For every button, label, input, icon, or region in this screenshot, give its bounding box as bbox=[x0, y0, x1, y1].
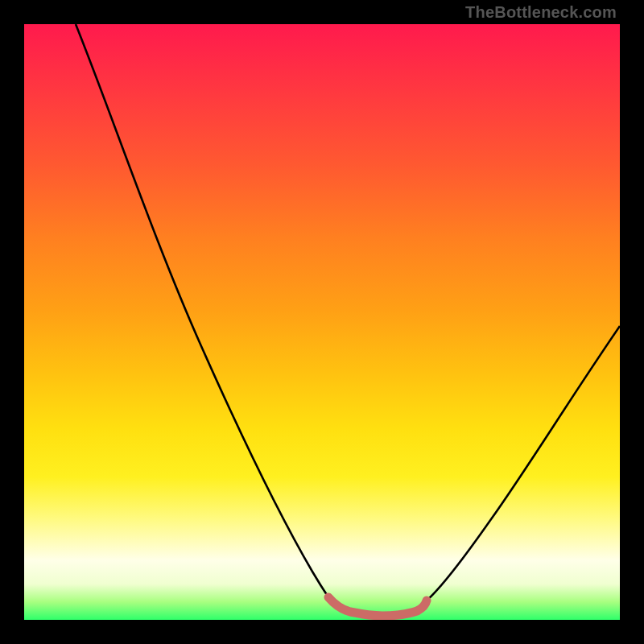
curve-overlay bbox=[24, 24, 620, 620]
plot-area bbox=[24, 24, 620, 620]
bottom-marker-band bbox=[328, 597, 427, 616]
chart-frame: TheBottleneck.com bbox=[0, 0, 644, 644]
watermark-text: TheBottleneck.com bbox=[465, 3, 617, 22]
left-curve bbox=[76, 24, 328, 597]
right-curve bbox=[427, 326, 620, 601]
